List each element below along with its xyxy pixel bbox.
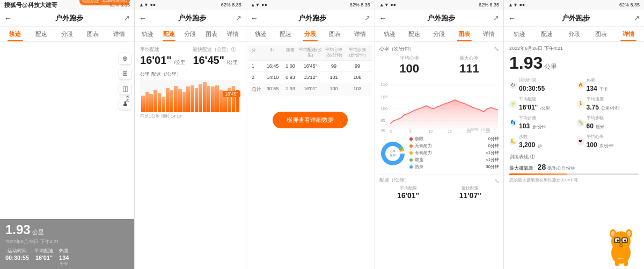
pace-bar-4	[158, 93, 162, 112]
expand-pace-icon[interactable]: ⤡	[494, 178, 499, 185]
svg-point-34	[627, 231, 631, 236]
tab-detail-3[interactable]: 详情	[348, 27, 372, 41]
pace-mini-stats: 平均配速 16'01" 最快配速 11'07"	[379, 185, 499, 200]
detail-dist-unit: 公里	[544, 62, 557, 71]
pace-bar-15	[203, 82, 207, 112]
screen-title-1: 户外跑步	[14, 13, 124, 23]
zone-item-2: 有氧耐力 <1分钟	[409, 150, 499, 156]
pace-bar-5	[162, 97, 165, 112]
tab-segment-5[interactable]: 分段	[560, 27, 588, 41]
tab-segment-2[interactable]: 分段	[180, 27, 201, 41]
detail-item-3: 🏃 平均速度 3.75 公里/小时	[577, 96, 639, 112]
tab-pace-4[interactable]: 配速	[402, 27, 427, 41]
tab-detail-1[interactable]: 详情	[106, 27, 132, 41]
share-icon-1[interactable]: ↗	[124, 14, 130, 22]
share-icon-2[interactable]: ↗	[236, 14, 241, 22]
back-btn-2[interactable]: ←	[139, 14, 147, 23]
tab-bar-2: 轨迹 配速 分段 图表 详情	[135, 27, 246, 42]
tab-segment-3[interactable]: 分段	[298, 27, 323, 41]
tab-track-1[interactable]: 轨迹	[2, 27, 28, 41]
zone-label-3: 燃脂	[415, 157, 484, 163]
tab-pace-1[interactable]: 配速	[28, 27, 54, 41]
tab-segment-1[interactable]: 分段	[54, 27, 80, 41]
tab-detail-5[interactable]: 详情	[614, 27, 642, 41]
row1-pace: 16'45"	[298, 63, 322, 69]
detail-texts-speed: 平均速度 3.75 公里/小时	[587, 96, 620, 112]
tab-track-5[interactable]: 轨迹	[506, 27, 533, 41]
pace-bar-10	[182, 92, 186, 113]
landscape-btn[interactable]: 横屏查看详细数据	[273, 112, 348, 128]
screen-map: ▲▼ ●● 62% 8:35 ← 户外跑步 ↗ 轨迹 配速 分段 图表 详情	[0, 0, 135, 269]
tab-track-2[interactable]: 轨迹	[137, 27, 158, 41]
tab-chart-2[interactable]: 图表	[201, 27, 222, 41]
max-hr-label: 最大心率	[439, 55, 499, 62]
train-val: 28	[538, 163, 546, 171]
dynamic-track-btn[interactable]: 动态轨迹	[79, 0, 102, 5]
share-icon-4[interactable]: ↗	[493, 14, 499, 22]
zone-label-2: 有氧耐力	[415, 150, 484, 156]
status-right-3: 62% 8:35	[350, 2, 370, 8]
status-right-5: 62% 8:35	[619, 2, 640, 8]
detail-icon-time: ⏱	[509, 82, 517, 89]
tab-chart-1[interactable]: 图表	[80, 27, 106, 41]
detail-icon-hr: ❤	[577, 138, 584, 146]
train-section-title: 训练表现 ①	[509, 154, 639, 161]
back-btn-3[interactable]: ←	[251, 14, 258, 23]
tab-detail-4[interactable]: 详情	[477, 27, 501, 41]
layer-btn[interactable]: ◫	[119, 83, 131, 94]
distance-overlay: 1.93 公里 2022年6月26日 下午4:21 运动时间 00:30:55 …	[0, 219, 134, 269]
detail-num-time: 00:30:55	[519, 85, 545, 92]
detail-icon-pace: ⚡	[509, 100, 517, 108]
tab-pace-2[interactable]: 配速	[158, 27, 180, 41]
max-pace-mini-val: 11'07"	[441, 191, 499, 200]
share-icon-5[interactable]: ↗	[634, 14, 640, 22]
tab-segment-4[interactable]: 分段	[427, 27, 451, 41]
svg-point-33	[611, 231, 614, 236]
tab-chart-5[interactable]: 图表	[588, 27, 615, 41]
max-pace-block: 最快配速（公里）① 16'45" /公里	[193, 46, 240, 67]
svg-text:心率: 心率	[390, 149, 396, 152]
train-label: 最大摄氧量	[509, 165, 533, 171]
col-dist: 距离	[282, 47, 299, 58]
detail-num-stride: 60	[587, 122, 594, 130]
row1-hr: 99	[322, 63, 346, 69]
hr-chart-wrapper: 110 105 100 95 90	[379, 79, 499, 133]
map-type-btn[interactable]: ⊞	[119, 68, 131, 79]
tab-detail-2[interactable]: 详情	[222, 27, 244, 41]
screen-detail: ▲▼ ●● 62% 8:35 ← 户外跑步 ↗ 轨迹 配速 分段 图表 详情 2…	[504, 0, 644, 269]
tab-pace-3[interactable]: 配速	[273, 27, 298, 41]
tab-bar-3: 轨迹 配速 分段 图表 详情	[246, 27, 375, 42]
detail-item-6: 🦶 步数 3,200 步	[509, 134, 571, 149]
screen-title-2: 户外跑步	[149, 13, 236, 23]
tab-chart-3[interactable]: 图表	[323, 27, 347, 41]
pace-bar-chart: 16'45"	[140, 80, 240, 112]
tab-track-4[interactable]: 轨迹	[377, 27, 402, 41]
back-btn-4[interactable]: ←	[379, 14, 387, 23]
detail-icon-speed: 🏃	[577, 100, 584, 108]
detail-note: 您的最大摄氧量在男性跑步人中中等	[509, 177, 639, 183]
col-seg: 分	[252, 47, 264, 58]
avg-pace-mini-val: 16'01"	[379, 191, 437, 200]
tab-pace-5[interactable]: 配速	[533, 27, 561, 41]
back-btn-5[interactable]: ←	[508, 14, 516, 23]
segment-total: 总计 30:55 1.93 16'01" 100 103	[248, 83, 372, 96]
avg-hr-label: 平均心率	[379, 55, 440, 62]
tab-bar-1: 轨迹 配速 分段 图表 详情	[0, 27, 134, 42]
expand-chart-icon[interactable]: ⤡	[494, 45, 499, 53]
stat-unit-cal: 千卡	[60, 261, 68, 267]
svg-point-38	[624, 239, 626, 242]
tab-track-3[interactable]: 轨迹	[248, 27, 273, 41]
detail-icon-steps: 🦶	[509, 138, 517, 146]
share-icon-3[interactable]: ↗	[364, 14, 370, 22]
pace-xaxis: 不足1公里 用时 14'10"	[140, 113, 240, 119]
tab-chart-4[interactable]: 图表	[452, 27, 477, 41]
back-btn-1[interactable]: ←	[4, 14, 12, 23]
detail-dist-num: 1.93	[509, 53, 543, 73]
locate-btn[interactable]: ⊕	[119, 53, 131, 64]
zone-dot-2	[409, 151, 413, 155]
detail-val-cal: 134 千卡	[587, 83, 608, 93]
zone-time-2: <1分钟	[486, 150, 499, 156]
detail-label-cadence: 平均步频	[519, 115, 546, 121]
max-pace-label: 最快配速（公里）①	[193, 46, 240, 53]
detail-distance: 1.93 公里	[509, 53, 639, 73]
